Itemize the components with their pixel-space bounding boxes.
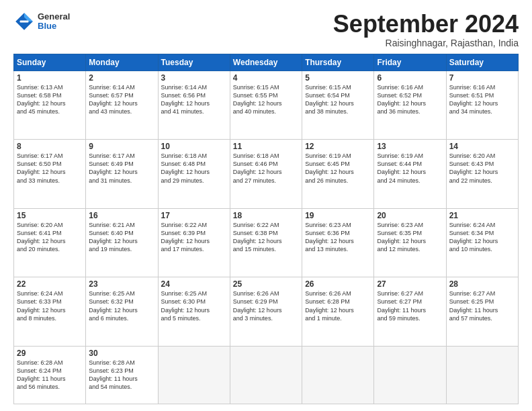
day-number: 9 bbox=[89, 142, 154, 151]
calendar-cell-w4d2: 24Sunrise: 6:25 AM Sunset: 6:30 PM Dayli… bbox=[158, 277, 230, 347]
calendar-cell-w2d2: 10Sunrise: 6:18 AM Sunset: 6:48 PM Dayli… bbox=[158, 140, 230, 209]
week-row-5: 29Sunrise: 6:28 AM Sunset: 6:24 PM Dayli… bbox=[14, 346, 519, 404]
day-info: Sunrise: 6:22 AM Sunset: 6:39 PM Dayligh… bbox=[161, 221, 227, 254]
location: Raisinghnagar, Rajasthan, India bbox=[333, 38, 519, 48]
day-number: 7 bbox=[449, 73, 515, 83]
calendar-cell-w2d4: 12Sunrise: 6:19 AM Sunset: 6:45 PM Dayli… bbox=[302, 140, 374, 209]
day-number: 21 bbox=[449, 211, 515, 220]
day-info: Sunrise: 6:14 AM Sunset: 6:56 PM Dayligh… bbox=[161, 83, 227, 116]
day-info: Sunrise: 6:15 AM Sunset: 6:54 PM Dayligh… bbox=[305, 83, 371, 116]
week-row-4: 22Sunrise: 6:24 AM Sunset: 6:33 PM Dayli… bbox=[14, 277, 519, 347]
calendar-cell-w4d6: 28Sunrise: 6:27 AM Sunset: 6:25 PM Dayli… bbox=[446, 277, 518, 347]
calendar-cell-w3d4: 19Sunrise: 6:23 AM Sunset: 6:36 PM Dayli… bbox=[302, 208, 374, 277]
day-info: Sunrise: 6:14 AM Sunset: 6:57 PM Dayligh… bbox=[89, 83, 154, 116]
day-info: Sunrise: 6:16 AM Sunset: 6:51 PM Dayligh… bbox=[449, 83, 515, 116]
calendar-cell-w5d4 bbox=[302, 346, 374, 404]
calendar-cell-w3d2: 17Sunrise: 6:22 AM Sunset: 6:39 PM Dayli… bbox=[158, 208, 230, 277]
col-tuesday: Tuesday bbox=[158, 54, 230, 71]
logo-general: General bbox=[38, 12, 70, 21]
day-info: Sunrise: 6:15 AM Sunset: 6:55 PM Dayligh… bbox=[233, 83, 299, 116]
day-number: 18 bbox=[233, 211, 299, 220]
day-info: Sunrise: 6:23 AM Sunset: 6:35 PM Dayligh… bbox=[377, 221, 443, 254]
calendar-cell-w5d0: 29Sunrise: 6:28 AM Sunset: 6:24 PM Dayli… bbox=[14, 346, 86, 404]
svg-rect-2 bbox=[20, 20, 29, 22]
day-info: Sunrise: 6:17 AM Sunset: 6:49 PM Dayligh… bbox=[89, 152, 154, 185]
day-number: 29 bbox=[17, 349, 83, 358]
calendar-cell-w4d5: 27Sunrise: 6:27 AM Sunset: 6:27 PM Dayli… bbox=[374, 277, 446, 347]
day-info: Sunrise: 6:26 AM Sunset: 6:29 PM Dayligh… bbox=[233, 289, 299, 322]
day-info: Sunrise: 6:21 AM Sunset: 6:40 PM Dayligh… bbox=[89, 221, 154, 254]
day-info: Sunrise: 6:28 AM Sunset: 6:23 PM Dayligh… bbox=[89, 359, 154, 392]
day-number: 15 bbox=[17, 211, 83, 220]
day-info: Sunrise: 6:16 AM Sunset: 6:52 PM Dayligh… bbox=[377, 83, 443, 116]
col-friday: Friday bbox=[374, 54, 446, 71]
calendar-cell-w5d1: 30Sunrise: 6:28 AM Sunset: 6:23 PM Dayli… bbox=[86, 346, 158, 404]
col-thursday: Thursday bbox=[302, 54, 374, 71]
calendar-cell-w4d3: 25Sunrise: 6:26 AM Sunset: 6:29 PM Dayli… bbox=[230, 277, 302, 347]
calendar-cell-w3d3: 18Sunrise: 6:22 AM Sunset: 6:38 PM Dayli… bbox=[230, 208, 302, 277]
calendar-cell-w2d3: 11Sunrise: 6:18 AM Sunset: 6:46 PM Dayli… bbox=[230, 140, 302, 209]
logo-text: General Blue bbox=[38, 12, 70, 32]
calendar-cell-w3d1: 16Sunrise: 6:21 AM Sunset: 6:40 PM Dayli… bbox=[86, 208, 158, 277]
day-info: Sunrise: 6:24 AM Sunset: 6:34 PM Dayligh… bbox=[449, 221, 515, 254]
day-info: Sunrise: 6:27 AM Sunset: 6:27 PM Dayligh… bbox=[377, 289, 443, 322]
day-number: 1 bbox=[17, 73, 83, 83]
logo: General Blue bbox=[13, 11, 70, 32]
calendar-cell-w1d5: 6Sunrise: 6:16 AM Sunset: 6:52 PM Daylig… bbox=[374, 71, 446, 140]
day-info: Sunrise: 6:23 AM Sunset: 6:36 PM Dayligh… bbox=[305, 221, 371, 254]
day-info: Sunrise: 6:22 AM Sunset: 6:38 PM Dayligh… bbox=[233, 221, 299, 254]
calendar-table: Sunday Monday Tuesday Wednesday Thursday… bbox=[13, 54, 519, 404]
day-info: Sunrise: 6:28 AM Sunset: 6:24 PM Dayligh… bbox=[17, 359, 83, 392]
day-info: Sunrise: 6:24 AM Sunset: 6:33 PM Dayligh… bbox=[17, 289, 83, 322]
calendar-cell-w4d4: 26Sunrise: 6:26 AM Sunset: 6:28 PM Dayli… bbox=[302, 277, 374, 347]
calendar-cell-w5d2 bbox=[158, 346, 230, 404]
day-number: 28 bbox=[449, 279, 515, 289]
day-number: 3 bbox=[161, 73, 227, 83]
day-info: Sunrise: 6:26 AM Sunset: 6:28 PM Dayligh… bbox=[305, 289, 371, 322]
calendar-cell-w1d4: 5Sunrise: 6:15 AM Sunset: 6:54 PM Daylig… bbox=[302, 71, 374, 140]
logo-blue: Blue bbox=[38, 21, 70, 31]
day-number: 30 bbox=[89, 349, 154, 358]
calendar-cell-w1d0: 1Sunrise: 6:13 AM Sunset: 6:58 PM Daylig… bbox=[14, 71, 86, 140]
day-info: Sunrise: 6:17 AM Sunset: 6:50 PM Dayligh… bbox=[17, 152, 83, 185]
day-number: 6 bbox=[377, 73, 443, 83]
day-number: 8 bbox=[17, 142, 83, 151]
day-number: 27 bbox=[377, 279, 443, 289]
day-info: Sunrise: 6:25 AM Sunset: 6:32 PM Dayligh… bbox=[89, 289, 154, 322]
day-number: 12 bbox=[305, 142, 371, 151]
page: General Blue September 2024 Raisinghnaga… bbox=[0, 0, 532, 411]
day-info: Sunrise: 6:19 AM Sunset: 6:45 PM Dayligh… bbox=[305, 152, 371, 185]
day-number: 11 bbox=[233, 142, 299, 151]
calendar-cell-w2d1: 9Sunrise: 6:17 AM Sunset: 6:49 PM Daylig… bbox=[86, 140, 158, 209]
calendar-cell-w2d6: 14Sunrise: 6:20 AM Sunset: 6:43 PM Dayli… bbox=[446, 140, 518, 209]
calendar-cell-w3d5: 20Sunrise: 6:23 AM Sunset: 6:35 PM Dayli… bbox=[374, 208, 446, 277]
calendar-cell-w1d3: 4Sunrise: 6:15 AM Sunset: 6:55 PM Daylig… bbox=[230, 71, 302, 140]
day-info: Sunrise: 6:20 AM Sunset: 6:41 PM Dayligh… bbox=[17, 221, 83, 254]
calendar-cell-w2d5: 13Sunrise: 6:19 AM Sunset: 6:44 PM Dayli… bbox=[374, 140, 446, 209]
day-number: 10 bbox=[161, 142, 227, 151]
col-wednesday: Wednesday bbox=[230, 54, 302, 71]
logo-icon bbox=[13, 11, 35, 32]
day-number: 26 bbox=[305, 279, 371, 289]
day-number: 17 bbox=[161, 211, 227, 220]
day-info: Sunrise: 6:20 AM Sunset: 6:43 PM Dayligh… bbox=[449, 152, 515, 185]
day-info: Sunrise: 6:18 AM Sunset: 6:48 PM Dayligh… bbox=[161, 152, 227, 185]
col-saturday: Saturday bbox=[446, 54, 518, 71]
calendar-cell-w1d1: 2Sunrise: 6:14 AM Sunset: 6:57 PM Daylig… bbox=[86, 71, 158, 140]
calendar-cell-w4d0: 22Sunrise: 6:24 AM Sunset: 6:33 PM Dayli… bbox=[14, 277, 86, 347]
calendar-cell-w2d0: 8Sunrise: 6:17 AM Sunset: 6:50 PM Daylig… bbox=[14, 140, 86, 209]
day-number: 23 bbox=[89, 279, 154, 289]
day-number: 5 bbox=[305, 73, 371, 83]
day-info: Sunrise: 6:13 AM Sunset: 6:58 PM Dayligh… bbox=[17, 83, 83, 116]
day-number: 24 bbox=[161, 279, 227, 289]
day-number: 25 bbox=[233, 279, 299, 289]
calendar-cell-w3d6: 21Sunrise: 6:24 AM Sunset: 6:34 PM Dayli… bbox=[446, 208, 518, 277]
day-number: 20 bbox=[377, 211, 443, 220]
day-number: 4 bbox=[233, 73, 299, 83]
day-info: Sunrise: 6:19 AM Sunset: 6:44 PM Dayligh… bbox=[377, 152, 443, 185]
day-number: 2 bbox=[89, 73, 154, 83]
calendar-header-row: Sunday Monday Tuesday Wednesday Thursday… bbox=[14, 54, 519, 71]
calendar-cell-w5d3 bbox=[230, 346, 302, 404]
calendar-cell-w1d2: 3Sunrise: 6:14 AM Sunset: 6:56 PM Daylig… bbox=[158, 71, 230, 140]
day-number: 22 bbox=[17, 279, 83, 289]
